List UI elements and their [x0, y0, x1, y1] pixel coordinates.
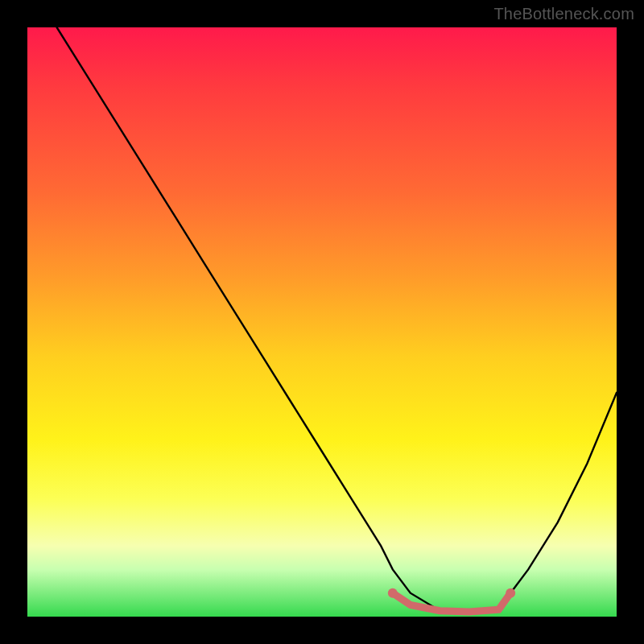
highlight-start-dot [388, 588, 398, 598]
highlight-band [393, 593, 510, 612]
plot-area [27, 27, 617, 617]
bottleneck-curve [57, 27, 617, 613]
curve-layer [27, 27, 617, 617]
watermark-text: TheBottleneck.com [493, 5, 634, 23]
chart-frame: TheBottleneck.com [0, 0, 644, 644]
highlight-end-dot [506, 588, 515, 598]
